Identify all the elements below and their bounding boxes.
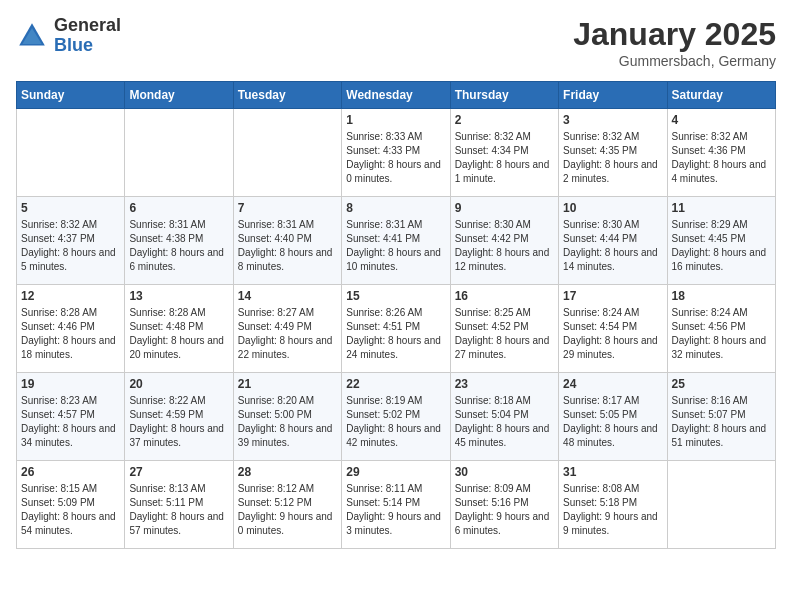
day-of-week-header: Sunday xyxy=(17,82,125,109)
calendar-cell: 13Sunrise: 8:28 AM Sunset: 4:48 PM Dayli… xyxy=(125,285,233,373)
day-info: Sunrise: 8:24 AM Sunset: 4:56 PM Dayligh… xyxy=(672,306,771,362)
calendar-cell: 11Sunrise: 8:29 AM Sunset: 4:45 PM Dayli… xyxy=(667,197,775,285)
day-info: Sunrise: 8:28 AM Sunset: 4:48 PM Dayligh… xyxy=(129,306,228,362)
logo-text: General Blue xyxy=(54,16,121,56)
calendar-cell: 30Sunrise: 8:09 AM Sunset: 5:16 PM Dayli… xyxy=(450,461,558,549)
day-number: 15 xyxy=(346,289,445,303)
day-of-week-header: Monday xyxy=(125,82,233,109)
calendar-cell: 5Sunrise: 8:32 AM Sunset: 4:37 PM Daylig… xyxy=(17,197,125,285)
day-number: 17 xyxy=(563,289,662,303)
day-number: 11 xyxy=(672,201,771,215)
calendar-cell xyxy=(125,109,233,197)
calendar-cell xyxy=(667,461,775,549)
calendar-week-row: 26Sunrise: 8:15 AM Sunset: 5:09 PM Dayli… xyxy=(17,461,776,549)
day-info: Sunrise: 8:29 AM Sunset: 4:45 PM Dayligh… xyxy=(672,218,771,274)
day-info: Sunrise: 8:28 AM Sunset: 4:46 PM Dayligh… xyxy=(21,306,120,362)
month-title: January 2025 xyxy=(573,16,776,53)
day-number: 7 xyxy=(238,201,337,215)
calendar-cell: 3Sunrise: 8:32 AM Sunset: 4:35 PM Daylig… xyxy=(559,109,667,197)
day-number: 6 xyxy=(129,201,228,215)
day-number: 20 xyxy=(129,377,228,391)
day-info: Sunrise: 8:17 AM Sunset: 5:05 PM Dayligh… xyxy=(563,394,662,450)
calendar-cell: 7Sunrise: 8:31 AM Sunset: 4:40 PM Daylig… xyxy=(233,197,341,285)
calendar-cell: 24Sunrise: 8:17 AM Sunset: 5:05 PM Dayli… xyxy=(559,373,667,461)
header-row: SundayMondayTuesdayWednesdayThursdayFrid… xyxy=(17,82,776,109)
day-of-week-header: Friday xyxy=(559,82,667,109)
day-of-week-header: Wednesday xyxy=(342,82,450,109)
location: Gummersbach, Germany xyxy=(573,53,776,69)
day-number: 16 xyxy=(455,289,554,303)
day-info: Sunrise: 8:31 AM Sunset: 4:38 PM Dayligh… xyxy=(129,218,228,274)
logo-icon xyxy=(16,20,48,52)
calendar-cell: 26Sunrise: 8:15 AM Sunset: 5:09 PM Dayli… xyxy=(17,461,125,549)
day-number: 10 xyxy=(563,201,662,215)
calendar-week-row: 12Sunrise: 8:28 AM Sunset: 4:46 PM Dayli… xyxy=(17,285,776,373)
day-info: Sunrise: 8:23 AM Sunset: 4:57 PM Dayligh… xyxy=(21,394,120,450)
day-number: 8 xyxy=(346,201,445,215)
day-number: 13 xyxy=(129,289,228,303)
calendar-cell: 1Sunrise: 8:33 AM Sunset: 4:33 PM Daylig… xyxy=(342,109,450,197)
day-info: Sunrise: 8:15 AM Sunset: 5:09 PM Dayligh… xyxy=(21,482,120,538)
logo-general-text: General xyxy=(54,16,121,36)
day-number: 31 xyxy=(563,465,662,479)
calendar-cell: 28Sunrise: 8:12 AM Sunset: 5:12 PM Dayli… xyxy=(233,461,341,549)
calendar-cell: 10Sunrise: 8:30 AM Sunset: 4:44 PM Dayli… xyxy=(559,197,667,285)
calendar-cell: 8Sunrise: 8:31 AM Sunset: 4:41 PM Daylig… xyxy=(342,197,450,285)
calendar-cell: 19Sunrise: 8:23 AM Sunset: 4:57 PM Dayli… xyxy=(17,373,125,461)
day-info: Sunrise: 8:24 AM Sunset: 4:54 PM Dayligh… xyxy=(563,306,662,362)
day-number: 12 xyxy=(21,289,120,303)
day-info: Sunrise: 8:09 AM Sunset: 5:16 PM Dayligh… xyxy=(455,482,554,538)
logo-blue-text: Blue xyxy=(54,36,121,56)
day-info: Sunrise: 8:13 AM Sunset: 5:11 PM Dayligh… xyxy=(129,482,228,538)
calendar-body: 1Sunrise: 8:33 AM Sunset: 4:33 PM Daylig… xyxy=(17,109,776,549)
day-number: 4 xyxy=(672,113,771,127)
calendar-cell: 31Sunrise: 8:08 AM Sunset: 5:18 PM Dayli… xyxy=(559,461,667,549)
day-info: Sunrise: 8:22 AM Sunset: 4:59 PM Dayligh… xyxy=(129,394,228,450)
day-number: 25 xyxy=(672,377,771,391)
day-of-week-header: Tuesday xyxy=(233,82,341,109)
day-number: 3 xyxy=(563,113,662,127)
day-number: 26 xyxy=(21,465,120,479)
day-info: Sunrise: 8:32 AM Sunset: 4:35 PM Dayligh… xyxy=(563,130,662,186)
calendar-week-row: 5Sunrise: 8:32 AM Sunset: 4:37 PM Daylig… xyxy=(17,197,776,285)
day-info: Sunrise: 8:08 AM Sunset: 5:18 PM Dayligh… xyxy=(563,482,662,538)
day-number: 14 xyxy=(238,289,337,303)
calendar-cell: 2Sunrise: 8:32 AM Sunset: 4:34 PM Daylig… xyxy=(450,109,558,197)
calendar-cell: 9Sunrise: 8:30 AM Sunset: 4:42 PM Daylig… xyxy=(450,197,558,285)
calendar-table: SundayMondayTuesdayWednesdayThursdayFrid… xyxy=(16,81,776,549)
day-info: Sunrise: 8:31 AM Sunset: 4:40 PM Dayligh… xyxy=(238,218,337,274)
day-info: Sunrise: 8:27 AM Sunset: 4:49 PM Dayligh… xyxy=(238,306,337,362)
logo: General Blue xyxy=(16,16,121,56)
day-number: 21 xyxy=(238,377,337,391)
day-number: 28 xyxy=(238,465,337,479)
day-info: Sunrise: 8:25 AM Sunset: 4:52 PM Dayligh… xyxy=(455,306,554,362)
day-info: Sunrise: 8:31 AM Sunset: 4:41 PM Dayligh… xyxy=(346,218,445,274)
day-info: Sunrise: 8:33 AM Sunset: 4:33 PM Dayligh… xyxy=(346,130,445,186)
day-of-week-header: Thursday xyxy=(450,82,558,109)
day-number: 24 xyxy=(563,377,662,391)
day-number: 22 xyxy=(346,377,445,391)
day-info: Sunrise: 8:12 AM Sunset: 5:12 PM Dayligh… xyxy=(238,482,337,538)
day-number: 19 xyxy=(21,377,120,391)
day-number: 29 xyxy=(346,465,445,479)
calendar-cell xyxy=(233,109,341,197)
calendar-cell xyxy=(17,109,125,197)
day-number: 18 xyxy=(672,289,771,303)
calendar-cell: 25Sunrise: 8:16 AM Sunset: 5:07 PM Dayli… xyxy=(667,373,775,461)
day-info: Sunrise: 8:32 AM Sunset: 4:34 PM Dayligh… xyxy=(455,130,554,186)
day-info: Sunrise: 8:16 AM Sunset: 5:07 PM Dayligh… xyxy=(672,394,771,450)
day-number: 23 xyxy=(455,377,554,391)
calendar-cell: 20Sunrise: 8:22 AM Sunset: 4:59 PM Dayli… xyxy=(125,373,233,461)
day-number: 1 xyxy=(346,113,445,127)
calendar-cell: 12Sunrise: 8:28 AM Sunset: 4:46 PM Dayli… xyxy=(17,285,125,373)
day-number: 2 xyxy=(455,113,554,127)
title-block: January 2025 Gummersbach, Germany xyxy=(573,16,776,69)
day-number: 9 xyxy=(455,201,554,215)
day-number: 30 xyxy=(455,465,554,479)
day-info: Sunrise: 8:19 AM Sunset: 5:02 PM Dayligh… xyxy=(346,394,445,450)
day-of-week-header: Saturday xyxy=(667,82,775,109)
calendar-week-row: 19Sunrise: 8:23 AM Sunset: 4:57 PM Dayli… xyxy=(17,373,776,461)
calendar-cell: 14Sunrise: 8:27 AM Sunset: 4:49 PM Dayli… xyxy=(233,285,341,373)
calendar-cell: 17Sunrise: 8:24 AM Sunset: 4:54 PM Dayli… xyxy=(559,285,667,373)
calendar-cell: 16Sunrise: 8:25 AM Sunset: 4:52 PM Dayli… xyxy=(450,285,558,373)
